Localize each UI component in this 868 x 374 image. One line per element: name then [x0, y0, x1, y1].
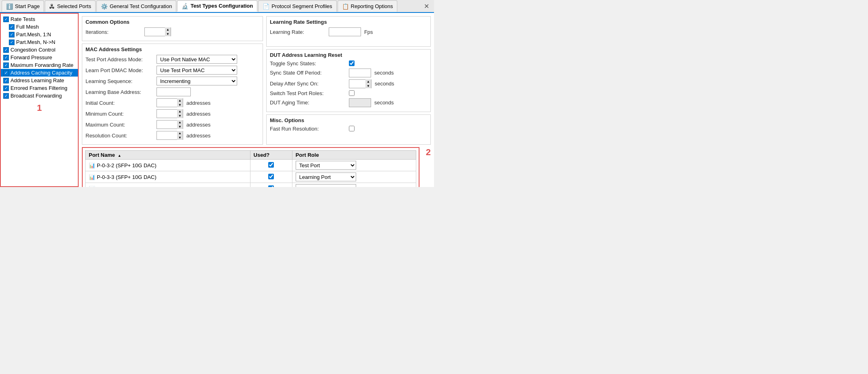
checkbox-address-caching[interactable]: ✓: [3, 70, 9, 76]
port-role-select-0[interactable]: Test PortLearning PortMonitoring Port: [296, 161, 356, 170]
table-row: 📊P-0-3-3 (SFP+ 10G DAC)Test PortLearning…: [86, 171, 416, 183]
checkbox-full-mesh[interactable]: ✓: [9, 24, 15, 30]
initial-count-up-button[interactable]: ▲: [177, 98, 183, 103]
maximum-count-input[interactable]: 65535: [157, 121, 177, 129]
toggle-sync-checkbox[interactable]: [349, 60, 355, 66]
tree-item-part-mesh-1n[interactable]: ✓Part.Mesh, 1:N: [1, 31, 78, 38]
col-port-role[interactable]: Port Role: [292, 151, 416, 160]
checkbox-part-mesh-1n[interactable]: ✓: [9, 32, 15, 37]
minimum-count-input[interactable]: 100: [157, 110, 177, 118]
minimum-count-down-button[interactable]: ▼: [177, 114, 183, 118]
col-port-name[interactable]: Port Name ▲: [86, 151, 250, 160]
checkbox-broadcast-forwarding[interactable]: ✓: [3, 93, 9, 99]
fast-run-label: Fast Run Resolution:: [270, 126, 346, 132]
port-used-cell-1: [250, 171, 292, 183]
learning-base-input[interactable]: 02 F4 BC: [156, 87, 191, 96]
delay-after-sync-down[interactable]: ▼: [365, 84, 371, 88]
sync-off-period-unit: seconds: [374, 70, 394, 76]
iterations-label: Iterations:: [86, 29, 142, 35]
tab-test-types[interactable]: 🔬 Test Types Configuration: [177, 0, 257, 12]
delay-after-sync-input[interactable]: 0: [349, 80, 365, 88]
maximum-count-up-button[interactable]: ▲: [177, 120, 183, 125]
tab-reporting-label: Reporting Options: [351, 3, 393, 9]
tree-item-label-broadcast-forwarding: Broadcast Forwarding: [10, 93, 62, 99]
checkbox-errored-frames[interactable]: ✓: [3, 85, 9, 91]
learning-base-label: Learning Base Address:: [86, 89, 154, 95]
port-used-checkbox-1[interactable]: [268, 174, 274, 179]
sort-icon: ▲: [118, 154, 121, 158]
tree-item-label-forward-pressure: Forward Pressure: [10, 54, 52, 60]
tab-reporting[interactable]: 📋 Reporting Options: [338, 0, 398, 12]
tree-item-full-mesh[interactable]: ✓Full Mesh: [1, 23, 78, 31]
resolution-count-row: Resolution Count: 100 ▲ ▼ addresses: [86, 131, 259, 140]
delay-after-sync-spinner[interactable]: 0 ▲ ▼: [349, 79, 371, 88]
initial-count-input[interactable]: 4096: [157, 99, 177, 107]
tab-start-page[interactable]: ℹ️ Start Page: [2, 0, 44, 12]
tab-protocol-segment[interactable]: 📄 Protocol Segment Profiles: [258, 0, 336, 12]
checkbox-congestion-control[interactable]: ✓: [3, 47, 9, 53]
initial-count-down-button[interactable]: ▼: [177, 103, 183, 107]
tree-item-address-learning[interactable]: ✓Address Learning Rate: [1, 77, 78, 84]
port-role-select-1[interactable]: Test PortLearning PortMonitoring Port: [296, 172, 356, 181]
test-port-mode-select[interactable]: Use Port Native MAC Use Test Port MAC Cu…: [156, 55, 237, 64]
iterations-up-button[interactable]: ▲: [165, 27, 171, 32]
dut-address-title: DUT Address Learning Reset: [270, 52, 427, 58]
checkbox-address-learning[interactable]: ✓: [3, 78, 9, 83]
microscope-icon: 🔬: [182, 3, 188, 9]
sync-off-period-input[interactable]: 1: [349, 69, 371, 77]
learning-sequence-select[interactable]: Incrementing Decrementing Random: [156, 77, 237, 85]
tree-item-broadcast-forwarding[interactable]: ✓Broadcast Forwarding: [1, 92, 78, 100]
maximum-count-spinner[interactable]: 65535 ▲ ▼: [156, 120, 183, 129]
port-used-cell-0: [250, 160, 292, 171]
resolution-count-input[interactable]: 100: [157, 131, 177, 139]
learning-rate-row: Learning Rate: 1000 Fps: [270, 27, 427, 36]
resolution-count-up-button[interactable]: ▲: [177, 131, 183, 135]
delay-after-sync-unit: seconds: [375, 81, 394, 87]
port-used-cell-2: [250, 183, 292, 187]
tree-item-address-caching[interactable]: ✓Address Caching Capacity: [1, 69, 78, 77]
iterations-spinner[interactable]: 1 ▲ ▼: [144, 27, 171, 36]
initial-count-spinner[interactable]: 4096 ▲ ▼: [156, 98, 183, 107]
tab-protocol-segment-label: Protocol Segment Profiles: [271, 3, 332, 9]
learning-rate-input[interactable]: 1000: [329, 27, 361, 36]
tab-selected-ports[interactable]: 🖧 Selected Ports: [45, 0, 96, 12]
maximum-count-down-button[interactable]: ▼: [177, 125, 183, 129]
learning-rate-label: Learning Rate:: [270, 29, 326, 35]
port-used-checkbox-0[interactable]: [268, 162, 274, 168]
port-role-cell-1: Test PortLearning PortMonitoring Port: [292, 171, 416, 183]
tree-item-max-forwarding-rate[interactable]: ✓Maximum Forwarding Rate: [1, 61, 78, 69]
dut-aging-input: 300: [349, 98, 371, 107]
minimum-count-spinner[interactable]: 100 ▲ ▼: [156, 109, 183, 118]
tree-item-forward-pressure[interactable]: ✓Forward Pressure: [1, 54, 78, 61]
resolution-count-down-button[interactable]: ▼: [177, 135, 183, 140]
misc-options-section: Misc. Options Fast Run Resolution:: [266, 114, 431, 145]
switch-test-checkbox[interactable]: [349, 90, 355, 96]
iterations-input[interactable]: 1: [145, 28, 165, 36]
learning-base-row: Learning Base Address: 02 F4 BC: [86, 87, 259, 96]
close-button[interactable]: ✕: [421, 1, 432, 12]
port-role-select-2[interactable]: Test PortLearning PortMonitoring Port: [296, 184, 356, 187]
delay-after-sync-up[interactable]: ▲: [365, 79, 371, 84]
checkbox-part-mesh-nn[interactable]: ✓: [9, 39, 15, 45]
checkbox-max-forwarding-rate[interactable]: ✓: [3, 62, 9, 68]
minimum-count-label: Minimum Count:: [86, 111, 154, 117]
tree-item-rate-tests[interactable]: ✓Rate Tests: [1, 15, 78, 23]
port-used-checkbox-2[interactable]: [268, 185, 274, 187]
tree-item-part-mesh-nn[interactable]: ✓Part.Mesh, N->N: [1, 38, 78, 46]
learning-rate-section: Learning Rate Settings Learning Rate: 10…: [266, 16, 431, 47]
resolution-count-spinner[interactable]: 100 ▲ ▼: [156, 131, 183, 140]
tree-item-errored-frames[interactable]: ✓Errored Frames Filtering: [1, 84, 78, 92]
tree-item-congestion-control[interactable]: ✓Congestion Control: [1, 46, 78, 54]
switch-test-row: Switch Test Port Roles:: [270, 90, 427, 96]
fast-run-checkbox[interactable]: [349, 126, 355, 131]
tab-general-test[interactable]: ⚙️ General Test Configuration: [96, 0, 176, 12]
checkbox-rate-tests[interactable]: ✓: [3, 17, 9, 22]
minimum-count-spinner-buttons: ▲ ▼: [177, 109, 183, 118]
col-used[interactable]: Used?: [250, 151, 292, 160]
iterations-down-button[interactable]: ▼: [165, 32, 171, 36]
learn-port-dmac-select[interactable]: Use Test Port MAC Use Port Native MAC Cu…: [156, 66, 237, 75]
iterations-row: Iterations: 1 ▲ ▼: [86, 27, 259, 36]
checkbox-forward-pressure[interactable]: ✓: [3, 55, 9, 60]
minimum-count-up-button[interactable]: ▲: [177, 109, 183, 114]
table-row: 📊P-0-3-2 (SFP+ 10G DAC)Test PortLearning…: [86, 160, 416, 171]
